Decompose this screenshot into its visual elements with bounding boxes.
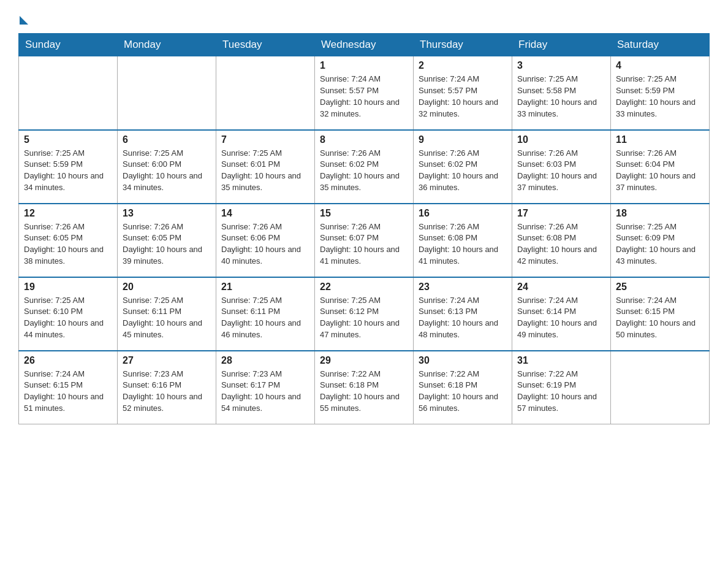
day-number: 31 xyxy=(517,355,605,366)
calendar-cell: 9Sunrise: 7:26 AM Sunset: 6:02 PM Daylig… xyxy=(414,130,512,204)
calendar-header-row: SundayMondayTuesdayWednesdayThursdayFrid… xyxy=(19,34,710,56)
day-number: 28 xyxy=(221,355,309,366)
day-info: Sunrise: 7:22 AM Sunset: 6:19 PM Dayligh… xyxy=(517,369,605,415)
day-info: Sunrise: 7:26 AM Sunset: 6:03 PM Dayligh… xyxy=(517,148,605,194)
calendar-cell: 8Sunrise: 7:26 AM Sunset: 6:02 PM Daylig… xyxy=(315,130,414,204)
calendar-cell: 14Sunrise: 7:26 AM Sunset: 6:06 PM Dayli… xyxy=(216,204,315,277)
day-number: 7 xyxy=(221,134,309,145)
calendar-table: SundayMondayTuesdayWednesdayThursdayFrid… xyxy=(18,33,710,424)
day-number: 6 xyxy=(123,134,211,145)
day-info: Sunrise: 7:26 AM Sunset: 6:08 PM Dayligh… xyxy=(419,221,507,267)
day-info: Sunrise: 7:24 AM Sunset: 6:14 PM Dayligh… xyxy=(517,295,605,341)
weekday-header-saturday: Saturday xyxy=(611,34,710,56)
calendar-cell: 15Sunrise: 7:26 AM Sunset: 6:07 PM Dayli… xyxy=(315,204,414,277)
day-info: Sunrise: 7:26 AM Sunset: 6:02 PM Dayligh… xyxy=(320,148,408,194)
day-info: Sunrise: 7:25 AM Sunset: 6:09 PM Dayligh… xyxy=(616,221,704,267)
calendar-cell: 20Sunrise: 7:25 AM Sunset: 6:11 PM Dayli… xyxy=(118,277,216,351)
day-info: Sunrise: 7:22 AM Sunset: 6:18 PM Dayligh… xyxy=(419,369,507,415)
day-number: 8 xyxy=(320,134,408,145)
day-number: 21 xyxy=(221,282,309,293)
day-info: Sunrise: 7:25 AM Sunset: 6:01 PM Dayligh… xyxy=(221,148,309,194)
day-number: 27 xyxy=(123,355,211,366)
calendar-cell: 29Sunrise: 7:22 AM Sunset: 6:18 PM Dayli… xyxy=(315,351,414,424)
day-number: 25 xyxy=(616,282,704,293)
calendar-cell: 3Sunrise: 7:25 AM Sunset: 5:58 PM Daylig… xyxy=(512,56,611,130)
calendar-cell xyxy=(118,56,216,130)
day-info: Sunrise: 7:26 AM Sunset: 6:05 PM Dayligh… xyxy=(123,221,211,267)
calendar-cell: 11Sunrise: 7:26 AM Sunset: 6:04 PM Dayli… xyxy=(611,130,710,204)
weekday-header-friday: Friday xyxy=(512,34,611,56)
page-header xyxy=(18,12,710,22)
calendar-cell xyxy=(19,56,118,130)
day-info: Sunrise: 7:26 AM Sunset: 6:08 PM Dayligh… xyxy=(517,221,605,267)
calendar-cell: 2Sunrise: 7:24 AM Sunset: 5:57 PM Daylig… xyxy=(414,56,512,130)
calendar-cell: 13Sunrise: 7:26 AM Sunset: 6:05 PM Dayli… xyxy=(118,204,216,277)
calendar-cell: 24Sunrise: 7:24 AM Sunset: 6:14 PM Dayli… xyxy=(512,277,611,351)
weekday-header-wednesday: Wednesday xyxy=(315,34,414,56)
day-info: Sunrise: 7:25 AM Sunset: 5:58 PM Dayligh… xyxy=(517,74,605,120)
day-info: Sunrise: 7:23 AM Sunset: 6:16 PM Dayligh… xyxy=(123,369,211,415)
day-info: Sunrise: 7:24 AM Sunset: 6:15 PM Dayligh… xyxy=(616,295,704,341)
day-number: 5 xyxy=(24,134,112,145)
day-info: Sunrise: 7:24 AM Sunset: 5:57 PM Dayligh… xyxy=(419,74,507,120)
calendar-week-row: 19Sunrise: 7:25 AM Sunset: 6:10 PM Dayli… xyxy=(19,277,710,351)
calendar-cell: 12Sunrise: 7:26 AM Sunset: 6:05 PM Dayli… xyxy=(19,204,118,277)
calendar-week-row: 5Sunrise: 7:25 AM Sunset: 5:59 PM Daylig… xyxy=(19,130,710,204)
day-info: Sunrise: 7:25 AM Sunset: 5:59 PM Dayligh… xyxy=(24,148,112,194)
calendar-cell xyxy=(216,56,315,130)
day-info: Sunrise: 7:26 AM Sunset: 6:04 PM Dayligh… xyxy=(616,148,704,194)
day-info: Sunrise: 7:24 AM Sunset: 6:13 PM Dayligh… xyxy=(419,295,507,341)
calendar-cell: 30Sunrise: 7:22 AM Sunset: 6:18 PM Dayli… xyxy=(414,351,512,424)
day-number: 14 xyxy=(221,208,309,219)
day-number: 13 xyxy=(123,208,211,219)
logo xyxy=(18,12,28,22)
calendar-cell: 19Sunrise: 7:25 AM Sunset: 6:10 PM Dayli… xyxy=(19,277,118,351)
day-info: Sunrise: 7:25 AM Sunset: 6:00 PM Dayligh… xyxy=(123,148,211,194)
day-number: 22 xyxy=(320,282,408,293)
weekday-header-monday: Monday xyxy=(118,34,216,56)
calendar-cell: 1Sunrise: 7:24 AM Sunset: 5:57 PM Daylig… xyxy=(315,56,414,130)
day-number: 18 xyxy=(616,208,704,219)
calendar-cell: 7Sunrise: 7:25 AM Sunset: 6:01 PM Daylig… xyxy=(216,130,315,204)
calendar-cell: 23Sunrise: 7:24 AM Sunset: 6:13 PM Dayli… xyxy=(414,277,512,351)
day-info: Sunrise: 7:25 AM Sunset: 6:11 PM Dayligh… xyxy=(221,295,309,341)
day-number: 23 xyxy=(419,282,507,293)
calendar-cell: 16Sunrise: 7:26 AM Sunset: 6:08 PM Dayli… xyxy=(414,204,512,277)
day-info: Sunrise: 7:25 AM Sunset: 6:10 PM Dayligh… xyxy=(24,295,112,341)
calendar-cell: 31Sunrise: 7:22 AM Sunset: 6:19 PM Dayli… xyxy=(512,351,611,424)
day-number: 20 xyxy=(123,282,211,293)
day-number: 30 xyxy=(419,355,507,366)
calendar-cell: 21Sunrise: 7:25 AM Sunset: 6:11 PM Dayli… xyxy=(216,277,315,351)
day-number: 2 xyxy=(419,60,507,71)
day-number: 1 xyxy=(320,60,408,71)
calendar-cell: 5Sunrise: 7:25 AM Sunset: 5:59 PM Daylig… xyxy=(19,130,118,204)
day-number: 11 xyxy=(616,134,704,145)
day-number: 16 xyxy=(419,208,507,219)
weekday-header-thursday: Thursday xyxy=(414,34,512,56)
calendar-cell: 6Sunrise: 7:25 AM Sunset: 6:00 PM Daylig… xyxy=(118,130,216,204)
logo-arrow-icon xyxy=(20,16,28,25)
day-info: Sunrise: 7:26 AM Sunset: 6:06 PM Dayligh… xyxy=(221,221,309,267)
day-info: Sunrise: 7:24 AM Sunset: 5:57 PM Dayligh… xyxy=(320,74,408,120)
calendar-cell: 4Sunrise: 7:25 AM Sunset: 5:59 PM Daylig… xyxy=(611,56,710,130)
weekday-header-tuesday: Tuesday xyxy=(216,34,315,56)
day-number: 26 xyxy=(24,355,112,366)
day-number: 12 xyxy=(24,208,112,219)
day-number: 9 xyxy=(419,134,507,145)
day-number: 29 xyxy=(320,355,408,366)
day-info: Sunrise: 7:26 AM Sunset: 6:02 PM Dayligh… xyxy=(419,148,507,194)
day-info: Sunrise: 7:25 AM Sunset: 6:11 PM Dayligh… xyxy=(123,295,211,341)
day-info: Sunrise: 7:25 AM Sunset: 5:59 PM Dayligh… xyxy=(616,74,704,120)
calendar-week-row: 12Sunrise: 7:26 AM Sunset: 6:05 PM Dayli… xyxy=(19,204,710,277)
day-number: 24 xyxy=(517,282,605,293)
day-info: Sunrise: 7:26 AM Sunset: 6:07 PM Dayligh… xyxy=(320,221,408,267)
day-number: 17 xyxy=(517,208,605,219)
day-number: 4 xyxy=(616,60,704,71)
calendar-cell: 18Sunrise: 7:25 AM Sunset: 6:09 PM Dayli… xyxy=(611,204,710,277)
calendar-cell: 28Sunrise: 7:23 AM Sunset: 6:17 PM Dayli… xyxy=(216,351,315,424)
day-info: Sunrise: 7:22 AM Sunset: 6:18 PM Dayligh… xyxy=(320,369,408,415)
day-number: 15 xyxy=(320,208,408,219)
day-info: Sunrise: 7:26 AM Sunset: 6:05 PM Dayligh… xyxy=(24,221,112,267)
calendar-cell: 27Sunrise: 7:23 AM Sunset: 6:16 PM Dayli… xyxy=(118,351,216,424)
calendar-cell: 22Sunrise: 7:25 AM Sunset: 6:12 PM Dayli… xyxy=(315,277,414,351)
